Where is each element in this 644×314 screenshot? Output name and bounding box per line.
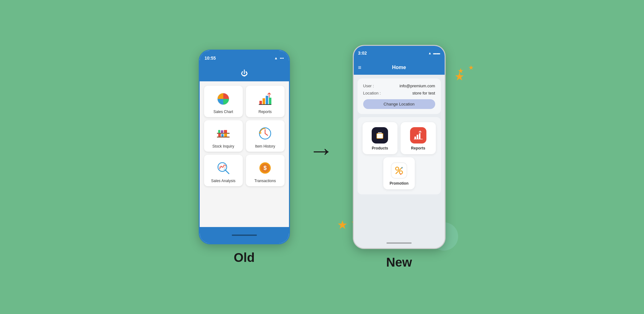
menu-grid: Products (363, 122, 436, 154)
old-tile-transactions-label: Transactions (254, 179, 276, 183)
old-status-bar: 10:55 ▲ ▪▪▪ (200, 51, 289, 66)
svg-text:$: $ (264, 165, 267, 171)
new-status-time: 3:02 (358, 51, 367, 56)
old-tile-sales-analysis-label: Sales Analysis (211, 179, 235, 183)
location-label: Location : (363, 91, 381, 95)
svg-text:★: ★ (400, 173, 402, 175)
location-value: store for test (412, 91, 435, 95)
stock-inquiry-icon (215, 125, 231, 142)
old-tile-reports[interactable]: Reports (246, 86, 285, 117)
old-home-indicator (232, 235, 257, 236)
old-tile-reports-label: Reports (258, 110, 272, 114)
new-tile-promotion[interactable]: ★ ★ Promotion (383, 157, 415, 189)
new-home-indicator (386, 242, 412, 244)
menu-grid-single: ★ ★ Promotion (363, 157, 436, 189)
svg-rect-2 (263, 98, 265, 105)
new-phone-content: User : info@premium.com Location : store… (354, 75, 445, 238)
new-wifi-icon: ▲ (428, 51, 432, 55)
new-tile-reports[interactable]: Reports (401, 122, 436, 154)
old-tile-sales-chart[interactable]: Sales Chart (204, 86, 243, 117)
svg-rect-24 (378, 132, 382, 134)
new-label: New (386, 255, 412, 269)
new-status-bar: 3:02 ▲ ▬▬ (354, 46, 445, 60)
new-tile-products[interactable]: Products (363, 122, 398, 154)
new-section-wrapper: ★ ★ ★ ★ ★ 3:02 ▲ ▬▬ (353, 45, 446, 269)
old-label: Old (234, 251, 255, 265)
svg-rect-23 (377, 133, 383, 138)
arrow-section: → (309, 138, 334, 163)
reports-icon (257, 91, 273, 107)
svg-rect-14 (224, 130, 227, 133)
user-row: User : info@premium.com (363, 84, 435, 88)
new-tile-promotion-label: Promotion (390, 181, 408, 186)
power-icon[interactable]: ⏻ (241, 69, 248, 78)
old-status-icons: ▲ ▪▪▪ (274, 56, 284, 60)
svg-rect-12 (218, 130, 220, 133)
new-section: 3:02 ▲ ▬▬ ≡ Home (353, 45, 446, 269)
old-tile-item-history[interactable]: Item History (246, 120, 285, 152)
svg-text:★: ★ (401, 166, 403, 169)
sales-chart-icon (215, 91, 231, 107)
stars-right: ★ ★ ★ (454, 70, 464, 83)
new-bottom-home (354, 238, 445, 248)
user-info-card: User : info@premium.com Location : store… (358, 78, 441, 114)
main-container: 10:55 ▲ ▪▪▪ ⏻ (0, 0, 644, 314)
old-tile-stock-inquiry-label: Stock Inquiry (212, 144, 234, 149)
new-tile-products-label: Products (372, 146, 388, 150)
svg-rect-13 (221, 130, 223, 133)
old-bottom-bar (200, 227, 289, 243)
hamburger-icon[interactable]: ≡ (358, 65, 362, 70)
item-history-icon (257, 125, 273, 142)
old-phone: 10:55 ▲ ▪▪▪ ⏻ (199, 50, 290, 244)
svg-rect-4 (269, 98, 271, 105)
old-tile-stock-inquiry[interactable]: Stock Inquiry (204, 120, 243, 152)
new-phone: 3:02 ▲ ▬▬ ≡ Home (353, 45, 446, 249)
old-section: 10:55 ▲ ▪▪▪ ⏻ (199, 50, 290, 265)
menu-grid-card: Products (358, 117, 441, 194)
sales-analysis-icon (215, 160, 231, 176)
svg-rect-7 (217, 137, 230, 138)
old-nav-bar: ⏻ (200, 66, 289, 81)
old-app-grid: Sales Chart (200, 81, 289, 227)
svg-rect-10 (221, 134, 224, 137)
new-reports-icon (410, 127, 426, 143)
svg-rect-27 (417, 135, 418, 139)
old-tile-transactions[interactable]: $ Transactions (246, 155, 285, 186)
svg-rect-1 (259, 101, 262, 105)
transactions-icon: $ (257, 160, 273, 176)
direction-arrow: → (309, 138, 334, 163)
promotion-icon: ★ ★ (391, 162, 407, 179)
location-row: Location : store for test (363, 91, 435, 95)
old-tile-item-history-label: Item History (255, 144, 275, 149)
old-status-time: 10:55 (205, 56, 216, 61)
svg-rect-8 (217, 133, 230, 134)
svg-line-18 (225, 170, 229, 174)
new-battery-icon: ▬▬ (433, 51, 440, 55)
new-status-icons: ▲ ▬▬ (428, 51, 440, 55)
wifi-icon: ▲ (274, 56, 278, 60)
new-app-bar: ≡ Home (354, 60, 445, 75)
old-tile-sales-analysis[interactable]: Sales Analysis (204, 155, 243, 186)
svg-rect-11 (224, 133, 227, 137)
products-icon (372, 127, 388, 143)
old-tile-sales-chart-label: Sales Chart (214, 110, 233, 114)
user-label: User : (363, 84, 374, 88)
app-bar-title: Home (392, 65, 406, 70)
change-location-button[interactable]: Change Location (363, 99, 435, 109)
svg-rect-9 (218, 134, 221, 137)
battery-icon: ▪▪▪ (280, 56, 284, 60)
svg-rect-26 (414, 137, 416, 139)
user-value: info@premium.com (400, 84, 435, 88)
svg-point-31 (396, 167, 399, 170)
new-tile-reports-label: Reports (411, 146, 425, 150)
svg-rect-3 (266, 96, 268, 105)
